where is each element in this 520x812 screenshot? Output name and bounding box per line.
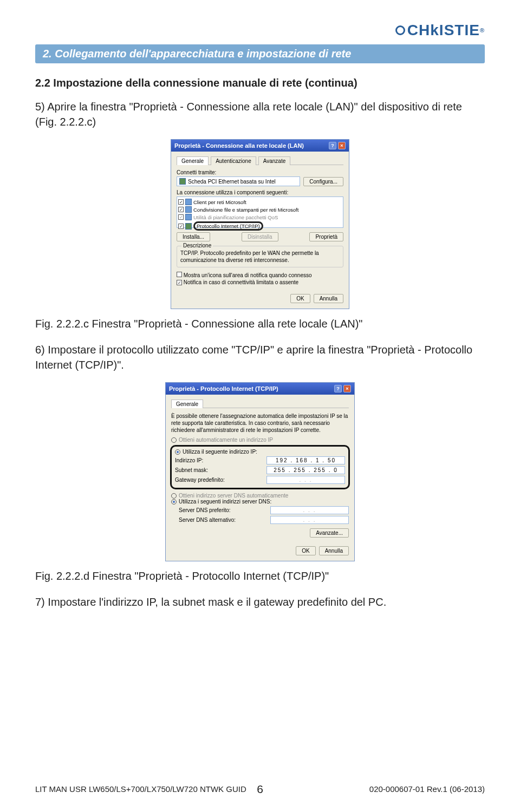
- mask-label: Subnet mask:: [175, 467, 208, 473]
- advanced-button[interactable]: Avanzate...: [310, 528, 349, 538]
- uninstall-button: Disinstalla: [242, 232, 278, 241]
- section-heading: 2. Collegamento dell'apparecchiatura e i…: [35, 44, 485, 63]
- auto-ip-label: Ottieni automaticamente un indirizzo IP: [179, 437, 273, 443]
- list-item: Client per reti Microsoft: [193, 199, 246, 205]
- adapter-name: Scheda PCI Ethernet basata su Intel: [188, 179, 276, 185]
- window-title: Proprietà - Connessione alla rete locale…: [174, 142, 304, 149]
- help-icon[interactable]: ?: [334, 385, 342, 392]
- logo-text: CHkISTIE: [407, 22, 480, 39]
- show-icon-option: Mostra un'icona sull'area di notifica qu…: [184, 272, 312, 278]
- brand-logo: CHkISTIE ®: [395, 22, 485, 39]
- body-step-7: 7) Impostare l'indirizzo IP, la subnet m…: [35, 594, 485, 610]
- footer-right: 020-000607-01 Rev.1 (06-2013): [369, 784, 485, 794]
- gateway-field[interactable]: . . .: [266, 476, 345, 484]
- window-titlebar: Proprietà - Protocollo Internet (TCP/IP)…: [166, 383, 354, 395]
- auto-dns-label: Ottieni indirizzo server DNS automaticam…: [179, 493, 288, 499]
- component-icon: [185, 223, 192, 230]
- ok-button[interactable]: OK: [296, 546, 315, 555]
- component-icon: [185, 199, 192, 205]
- description-legend: Descrizione: [181, 243, 213, 248]
- cancel-button[interactable]: Annulla: [314, 294, 343, 303]
- adapter-icon: [179, 178, 186, 185]
- component-icon: [185, 214, 192, 220]
- description-text: TCP/IP. Protocollo predefinito per le WA…: [180, 250, 340, 264]
- component-icon: [185, 206, 192, 213]
- gateway-label: Gateway predefinito:: [175, 477, 225, 483]
- ok-button[interactable]: OK: [290, 294, 310, 303]
- dns2-label: Server DNS alternativo:: [179, 517, 236, 523]
- radio-manual-dns[interactable]: [171, 499, 177, 505]
- footer-left: LIT MAN USR LW650/LS+700/LX750/LW720 NTW…: [35, 784, 246, 794]
- manual-ip-label: Utilizza il seguente indirizzo IP:: [183, 449, 257, 455]
- logo-reg: ®: [480, 27, 485, 34]
- properties-button[interactable]: Proprietà: [309, 232, 343, 241]
- tab-auth[interactable]: Autenticazione: [211, 156, 256, 165]
- sub-heading: 2.2 Impostazione della connessione manua…: [35, 77, 485, 89]
- manual-ip-highlight: Utilizza il seguente indirizzo IP: Indir…: [170, 445, 350, 489]
- list-item: Utilità di pianificazione pacchetti QoS: [193, 214, 278, 220]
- dns1-field[interactable]: . . .: [270, 506, 349, 514]
- connect-via-label: Connetti tramite:: [177, 169, 343, 175]
- body-step-5: 5) Aprire la finestra "Proprietà - Conne…: [35, 99, 485, 129]
- list-item-highlighted: Protocollo Internet (TCP/IP): [193, 221, 263, 231]
- components-label: La connessione utilizza i componenti seg…: [177, 189, 343, 195]
- radio-auto-dns: [171, 493, 177, 499]
- tab-advanced[interactable]: Avanzate: [258, 156, 291, 165]
- close-icon[interactable]: ×: [343, 385, 351, 392]
- configure-button[interactable]: Configura...: [303, 177, 343, 186]
- ip-label: Indirizzo IP:: [175, 457, 203, 463]
- tcpip-intro: È possibile ottenere l'assegnazione auto…: [171, 412, 349, 434]
- subnet-field[interactable]: 255 . 255 . 255 . 0: [266, 466, 345, 474]
- figure-caption-2: Fig. 2.2.2.d Finestra "Proprietà - Proto…: [35, 570, 485, 582]
- manual-dns-label: Utilizza i seguenti indirizzi server DNS…: [179, 499, 271, 505]
- components-list[interactable]: ✓Client per reti Microsoft ✓Condivisione…: [177, 197, 343, 228]
- tab-general[interactable]: Generale: [177, 156, 209, 165]
- figure-caption-1: Fig. 2.2.2.c Finestra "Proprietà - Conne…: [35, 318, 485, 330]
- description-group: Descrizione TCP/IP. Protocollo predefini…: [177, 246, 343, 267]
- close-icon[interactable]: ×: [338, 142, 346, 149]
- cancel-button[interactable]: Annulla: [319, 546, 349, 555]
- radio-auto-ip: [171, 437, 177, 443]
- list-item: Condivisione file e stampanti per reti M…: [193, 207, 298, 213]
- radio-manual-ip[interactable]: [175, 449, 180, 455]
- window-title: Proprietà - Protocollo Internet (TCP/IP): [169, 385, 278, 392]
- notify-option: Notifica in caso di connettività limitat…: [184, 279, 298, 285]
- ip-field[interactable]: 192 . 168 . 1 . 50: [266, 456, 345, 464]
- page-number: 6: [257, 783, 263, 796]
- checkbox[interactable]: ✓: [177, 280, 182, 285]
- body-step-6: 6) Impostare il protocollo utilizzato co…: [35, 342, 485, 372]
- window-titlebar: Proprietà - Connessione alla rete locale…: [171, 140, 349, 152]
- page-footer: LIT MAN USR LW650/LS+700/LX750/LW720 NTW…: [35, 784, 485, 794]
- dns1-label: Server DNS preferito:: [179, 507, 231, 513]
- logo-ring-icon: [395, 25, 405, 35]
- help-icon[interactable]: ?: [329, 142, 336, 149]
- checkbox[interactable]: [177, 272, 182, 277]
- tab-general[interactable]: Generale: [171, 400, 203, 408]
- install-button[interactable]: Installa...: [177, 232, 210, 241]
- dns2-field[interactable]: . . .: [270, 516, 349, 524]
